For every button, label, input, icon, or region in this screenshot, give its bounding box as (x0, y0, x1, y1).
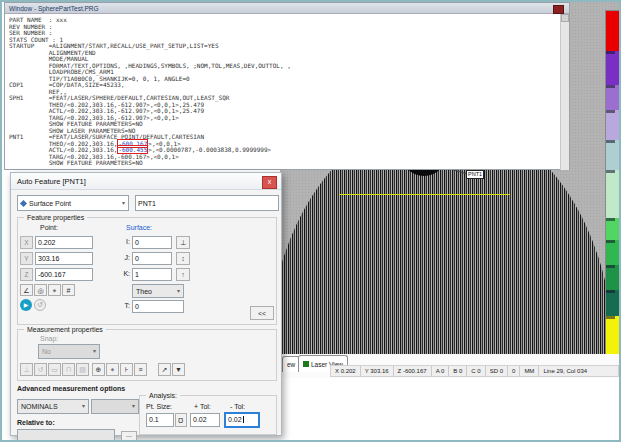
i-label: I: (118, 238, 130, 245)
y-axis-box: Y (20, 252, 33, 265)
collapse-button[interactable]: << (250, 306, 274, 320)
dialog-title: Auto Feature [PNT1] (17, 177, 86, 186)
pt-size-input[interactable]: 0.1 (146, 413, 174, 427)
grid-tool-icon[interactable]: # (62, 284, 75, 296)
snap-label: Snap: (40, 335, 58, 342)
meas-icon-2: ▭ (48, 363, 61, 376)
y-input[interactable]: 303.16 (35, 252, 93, 265)
status-bar: X 0.202 Y 303.16 Z -600.167 A 0 B 0 C 0 … (330, 365, 619, 377)
browse-button[interactable]: ... (121, 431, 137, 442)
i-input[interactable]: 0 (132, 236, 172, 249)
angle-tool-icon[interactable]: ∠ (20, 284, 33, 296)
minus-tol-input[interactable]: 0.02 (224, 412, 260, 428)
theo-dropdown-label: Theo (136, 285, 152, 298)
j-input[interactable]: 0 (132, 252, 172, 265)
laser-view-icon (303, 361, 309, 367)
chevron-down-icon: ▾ (177, 285, 180, 298)
snap-dropdown: No ▾ (38, 344, 100, 359)
find-tool-icon[interactable]: ◎ (34, 284, 47, 296)
pnt1-label: PNT1 (466, 170, 484, 179)
analysis-group: Analysis: Pt. Size: + Tol: - Tol: 0.1 Ω … (139, 395, 277, 435)
advanced-options-label: Advanced measurement options (17, 385, 125, 392)
relative-to-input (17, 429, 115, 442)
feature-type-label: Surface Point (29, 197, 71, 210)
status-sd: SD 0 (486, 366, 508, 376)
target-tool-icon[interactable]: ⌖ (48, 284, 61, 296)
chevron-down-icon: ▾ (132, 400, 135, 413)
flip-vector-icon[interactable]: ↕ (176, 252, 190, 265)
plus-tol-input[interactable]: 0.02 (190, 413, 220, 427)
surface-vector-icon[interactable]: ⊥ (176, 236, 190, 249)
plus-tol-label: + Tol: (194, 403, 211, 410)
chevron-down-icon: ▾ (93, 345, 96, 358)
status-y: Y 303.16 (361, 366, 394, 376)
j-label: J: (118, 254, 130, 261)
point-label: Point: (40, 224, 58, 231)
nominals-value: NOMINALS (21, 400, 58, 413)
test-play-button[interactable]: ▶ (20, 299, 32, 311)
magnet-snap-icon[interactable]: Ω (175, 413, 187, 427)
surface-label: Surface: (126, 224, 152, 231)
status-b: B 0 (449, 366, 467, 376)
chevron-down-icon: ▾ (82, 400, 85, 413)
x-axis-box: X (20, 236, 33, 249)
status-units: MM (520, 366, 539, 376)
t-input[interactable]: 0 (132, 300, 184, 313)
status-z: Z -600.167 (394, 366, 432, 376)
editor-title-bar[interactable]: Window - SpherePartTest.PRG (5, 3, 569, 14)
app-window: COP1 PNT1 ew Laser View X 0.202 Y 303.16… (0, 0, 621, 442)
status-x: X 0.202 (331, 366, 361, 376)
scanline-bottom (339, 194, 510, 195)
meas-icon-4: ▨ (76, 363, 89, 376)
pt-size-label: Pt. Size: (146, 403, 172, 410)
bottom-strip: ew Laser View X 0.202 Y 303.16 Z -600.16… (280, 354, 621, 378)
scroll-up-icon[interactable] (561, 14, 569, 22)
minus-tol-label: - Tol: (230, 403, 245, 410)
measurement-properties-group: Measurement properties Snap: No ▾ ⊥ ↺ ▭ … (17, 329, 277, 381)
tab-partial-label: ew (287, 357, 295, 372)
code-line: SHOW FEATURE PARAMETERS=NO (9, 160, 559, 167)
program-code-area[interactable]: PART NAME : xxx REV NUMBER : SER NUMBER … (9, 17, 559, 169)
feature-name-input[interactable]: PNT1 (135, 195, 279, 211)
status-0: 0 (508, 366, 520, 376)
t-label: T: (118, 302, 130, 309)
k-input[interactable]: 1 (132, 268, 172, 281)
meas-icon-3: ⊓ (62, 363, 75, 376)
feature-properties-group: Feature properties Point: Surface: X 0.2… (17, 217, 277, 325)
multi-mode-icon[interactable]: ≡ (134, 363, 147, 376)
status-c: C 0 (467, 366, 485, 376)
editor-close-button[interactable] (553, 5, 564, 14)
probe-mode-icon[interactable]: ⌖ (106, 363, 119, 376)
dialog-close-button[interactable]: x (262, 176, 277, 189)
feature-properties-legend: Feature properties (24, 213, 87, 222)
x-input[interactable]: 0.202 (35, 236, 93, 249)
editor-title-doc: SpherePartTest.PRG (38, 5, 99, 12)
z-input[interactable]: -600.167 (35, 268, 93, 281)
theo-dropdown[interactable]: Theo ▾ (132, 284, 184, 298)
deviation-color-scale (605, 10, 620, 359)
meas-icon-1: ↺ (34, 363, 47, 376)
target-mode-icon[interactable]: ⊕ (92, 363, 105, 376)
nominals-dropdown[interactable]: NOMINALS ▾ (17, 399, 89, 414)
measurement-properties-legend: Measurement properties (24, 325, 106, 334)
relative-to-label: Relative to: (17, 419, 55, 426)
align-vector-icon[interactable]: ↑ (176, 268, 190, 281)
editor-title-prefix: Window - (9, 5, 38, 12)
snap-value: No (42, 345, 51, 358)
auto-feature-dialog: Auto Feature [PNT1] x Surface Point ▾ PN… (10, 172, 282, 436)
analysis-legend: Analysis: (146, 391, 180, 400)
offset-mode-icon[interactable]: ⊦ (120, 363, 133, 376)
editor-scrollbar[interactable] (560, 14, 569, 170)
k-label: K: (118, 270, 130, 277)
program-editor-window: Window - SpherePartTest.PRG PART NAME : … (4, 2, 570, 170)
surface-point-icon (20, 199, 27, 206)
reset-button[interactable]: ↺ (34, 299, 46, 311)
dialog-title-bar[interactable]: Auto Feature [PNT1] (11, 173, 281, 190)
filter-icon[interactable]: ▼ (172, 363, 185, 376)
feature-type-dropdown[interactable]: Surface Point ▾ (17, 195, 129, 211)
chevron-down-icon: ▾ (122, 197, 125, 210)
path-icon[interactable]: ↗ (158, 363, 171, 376)
meas-icon-0: ⊥ (20, 363, 33, 376)
status-line-col: Line 29, Col 034 (539, 366, 591, 376)
secondary-dropdown: ▾ (91, 399, 139, 414)
